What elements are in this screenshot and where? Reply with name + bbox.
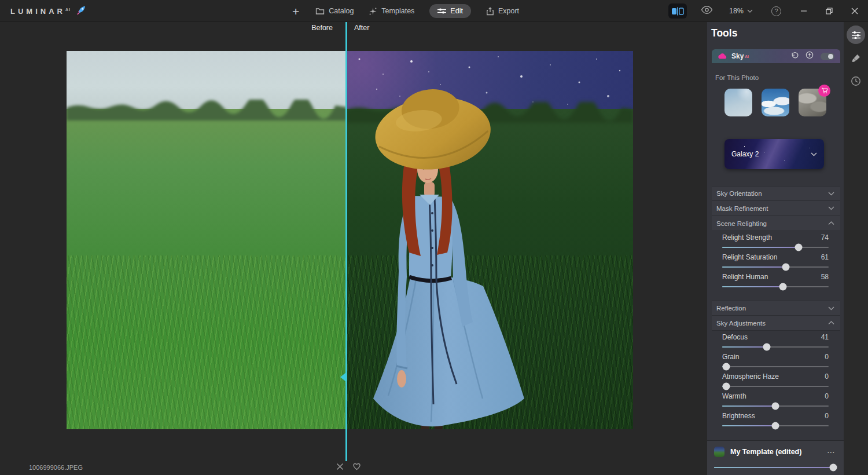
section-sky-adjustments[interactable]: Sky Adjustments: [712, 316, 840, 331]
titlebar: LUMINARAI + Catalog: [0, 0, 868, 22]
tab-edit[interactable]: Edit: [429, 4, 471, 18]
slider-thumb[interactable]: [772, 403, 779, 410]
sliders-icon: [851, 31, 861, 39]
selected-sky-name: Galaxy 2: [731, 150, 759, 158]
luminar-app-window: LUMINARAI + Catalog: [0, 0, 868, 475]
slider-thumb[interactable]: [829, 464, 837, 472]
slider-track[interactable]: [722, 366, 829, 367]
tab-templates[interactable]: Templates: [369, 7, 414, 16]
before-grass-texture: [67, 255, 347, 429]
slider-relight-saturation: Relight Saturation 61: [722, 253, 829, 268]
sky-tool-toggle[interactable]: [821, 53, 834, 60]
eye-icon: [701, 6, 713, 14]
section-sky-orientation[interactable]: Sky Orientation: [712, 186, 840, 201]
tools-panel: Tools SkyAI: [707, 22, 844, 475]
slider-track[interactable]: [722, 386, 829, 387]
chevron-down-icon: [828, 206, 834, 210]
after-image: [347, 51, 633, 429]
sky-sections-bottom: Reflection Sky Adjustments: [712, 301, 840, 331]
chevron-up-icon: [828, 221, 834, 225]
clock-icon: [851, 76, 861, 86]
cart-icon: [821, 87, 828, 94]
slider-thumb[interactable]: [723, 383, 730, 390]
reset-undo-icon[interactable]: [791, 51, 799, 61]
before-after-divider[interactable]: [345, 22, 347, 461]
edit-mask-icon[interactable]: [806, 51, 814, 61]
sky-ai-tool-header[interactable]: SkyAI: [712, 49, 840, 63]
divider-drag-handle[interactable]: [340, 372, 346, 382]
tools-panel-title: Tools: [711, 27, 737, 39]
photo-actions: [336, 462, 361, 473]
filename-label: 1006999066.JPEG: [29, 464, 83, 471]
logo-text: LUMINARAI: [10, 7, 71, 16]
slider-track[interactable]: [714, 467, 837, 468]
compare-before-after-button[interactable]: [668, 3, 687, 19]
sliders-icon: [437, 8, 446, 14]
brush-icon: [851, 53, 861, 63]
sky-thumbnail-cumulus[interactable]: [762, 89, 789, 116]
chevron-down-icon: [811, 152, 817, 156]
slider-track[interactable]: [722, 425, 829, 426]
slider-defocus: Defocus 41: [722, 333, 829, 348]
slider-relight-strength: Relight Strength 74: [722, 233, 829, 248]
tab-export[interactable]: Export: [486, 7, 519, 16]
reject-icon[interactable]: [336, 462, 344, 473]
slider-brightness: Brightness 0: [722, 412, 829, 426]
slider-thumb[interactable]: [779, 283, 786, 291]
sky-tool-name: Sky: [731, 52, 744, 60]
slider-grain: Grain 0: [722, 353, 829, 367]
rocket-icon: [76, 5, 87, 17]
slider-thumb[interactable]: [782, 264, 790, 271]
slider-thumb[interactable]: [795, 244, 803, 251]
minimize-button[interactable]: [800, 7, 808, 15]
slider-track[interactable]: [722, 405, 829, 407]
slider-thumb[interactable]: [772, 422, 779, 430]
template-name: My Template (edited): [730, 448, 801, 456]
section-reflection[interactable]: Reflection: [712, 301, 840, 316]
help-button[interactable]: ?: [771, 6, 781, 16]
sky-tool-ai-badge: AI: [745, 54, 749, 59]
before-label: Before: [297, 24, 333, 32]
app-logo: LUMINARAI: [10, 0, 87, 22]
sky-suggestions: [724, 89, 826, 116]
brush-rail-button[interactable]: [847, 49, 865, 67]
section-scene-relighting[interactable]: Scene Relighting: [712, 216, 840, 231]
window-controls: [800, 7, 859, 15]
cloud-icon: [718, 51, 727, 61]
slider-thumb[interactable]: [763, 344, 771, 351]
sky-thumbnail-storm[interactable]: [799, 89, 826, 116]
top-navigation: + Catalog Templates: [292, 0, 519, 22]
chevron-down-icon: [747, 9, 753, 13]
tab-catalog[interactable]: Catalog: [315, 7, 354, 15]
zoom-level-control[interactable]: 18%: [729, 7, 753, 15]
editor-canvas: Before After: [0, 22, 707, 475]
close-button[interactable]: [851, 7, 859, 15]
template-amount-slider: [714, 467, 837, 468]
add-photos-button[interactable]: +: [292, 5, 299, 17]
history-rail-button[interactable]: [847, 72, 865, 90]
slider-track[interactable]: [722, 346, 829, 348]
sky-style-dropdown[interactable]: Galaxy 2: [724, 139, 824, 169]
slider-track[interactable]: [722, 247, 829, 248]
before-treeline: [67, 100, 347, 120]
compare-icon: [671, 7, 684, 16]
quick-preview-eye-button[interactable]: [701, 6, 713, 16]
template-thumbnail: [714, 447, 724, 457]
maximize-button[interactable]: [825, 7, 833, 15]
favorite-heart-icon[interactable]: [352, 462, 361, 473]
slider-relight-human: Relight Human 58: [722, 273, 829, 287]
section-mask-refinement[interactable]: Mask Refinement: [712, 201, 840, 216]
chevron-down-icon: [828, 306, 834, 310]
slider-atmospheric-haze: Atmospheric Haze 0: [722, 372, 829, 387]
slider-track[interactable]: [722, 266, 829, 268]
sky-thumbnail-clear-blue[interactable]: [724, 89, 752, 116]
for-this-photo-label: For This Photo: [715, 74, 759, 81]
export-icon: [486, 7, 494, 16]
edit-tools-rail-button[interactable]: [847, 25, 865, 44]
slider-warmth: Warmth 0: [722, 392, 829, 407]
slider-track[interactable]: [722, 286, 829, 287]
titlebar-right-controls: 18% ?: [668, 0, 862, 22]
template-menu-button[interactable]: ⋯: [827, 447, 836, 456]
sky-sections-top: Sky Orientation Mask Refinement Scene Re…: [712, 186, 840, 231]
slider-thumb[interactable]: [723, 363, 730, 371]
